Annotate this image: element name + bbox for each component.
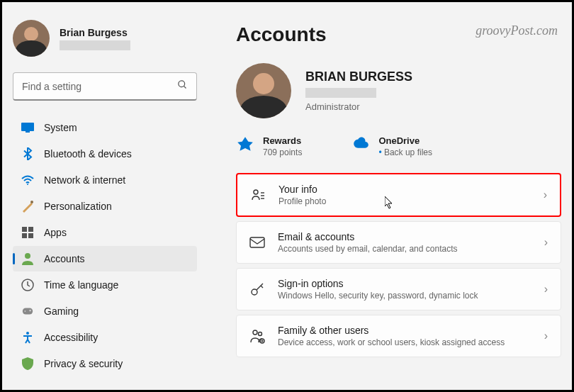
watermark: groovyPost.com (475, 23, 558, 38)
nav-list: SystemBluetooth & devicesNetwork & inter… (13, 115, 197, 376)
card-title: Your info (278, 184, 531, 195)
email-icon (249, 235, 265, 250)
card-subtitle: Device access, work or school users, kio… (278, 337, 531, 347)
personalization-icon (21, 200, 34, 213)
time-icon (21, 279, 34, 291)
nav-label: Bluetooth & devices (44, 148, 132, 159)
svg-point-4 (27, 184, 28, 185)
onedrive-title: OneDrive (378, 135, 432, 146)
nav-label: Accounts (44, 253, 85, 264)
nav-label: Apps (44, 227, 67, 238)
user-block[interactable]: Brian Burgess (13, 20, 197, 57)
card-title: Sign-in options (278, 278, 531, 289)
rewards-icon (236, 135, 254, 154)
profile-avatar (236, 63, 291, 118)
nav-item-gaming[interactable]: Gaming (13, 298, 197, 324)
onedrive-sub: • Back up files (378, 147, 432, 157)
profile-name: BRIAN BURGESS (305, 69, 412, 84)
chevron-right-icon: › (544, 236, 548, 249)
nav-label: Time & language (44, 279, 118, 291)
system-icon (21, 121, 34, 134)
nav-item-accounts[interactable]: Accounts (13, 246, 197, 271)
card-list: Your infoProfile photo›Email & accountsA… (236, 173, 561, 357)
nav-item-privacy[interactable]: Privacy & security (13, 351, 197, 376)
svg-rect-2 (21, 123, 34, 131)
status-rewards[interactable]: Rewards 709 points (236, 135, 302, 157)
profile-email-redacted (305, 88, 376, 98)
nav-label: Network & internet (44, 174, 125, 186)
user-avatar (13, 20, 50, 57)
main-panel: groovyPost.com Accounts BRIAN BURGESS Ad… (208, 2, 572, 390)
svg-point-15 (26, 332, 29, 335)
accessibility-icon (21, 331, 34, 344)
nav-item-system[interactable]: System (13, 115, 197, 140)
nav-label: Accessibility (44, 332, 98, 343)
svg-point-0 (179, 81, 185, 87)
profile-block: BRIAN BURGESS Administrator (236, 63, 561, 118)
rewards-title: Rewards (263, 135, 302, 146)
svg-rect-9 (28, 233, 33, 238)
status-row: Rewards 709 points OneDrive • Back up fi… (236, 135, 561, 157)
user-email-redacted (60, 40, 130, 50)
svg-point-22 (253, 330, 257, 335)
cursor-icon (385, 196, 395, 209)
svg-point-14 (25, 310, 26, 312)
svg-point-5 (30, 201, 33, 203)
svg-point-16 (254, 190, 258, 194)
svg-rect-20 (250, 237, 264, 247)
profile-icon (250, 187, 266, 203)
family-icon (249, 328, 265, 344)
svg-rect-8 (22, 233, 27, 238)
nav-item-personalization[interactable]: Personalization (13, 194, 197, 219)
onedrive-icon (351, 135, 370, 154)
svg-rect-3 (26, 131, 30, 133)
search-input[interactable] (22, 81, 177, 92)
card-subtitle: Accounts used by email, calendar, and co… (278, 244, 531, 254)
card-subtitle: Windows Hello, security key, password, d… (278, 291, 531, 301)
card-title: Email & accounts (278, 231, 531, 242)
nav-item-time[interactable]: Time & language (13, 272, 197, 298)
card-email[interactable]: Email & accountsAccounts used by email, … (236, 221, 561, 264)
card-subtitle: Profile photo (278, 196, 531, 206)
nav-item-bluetooth[interactable]: Bluetooth & devices (13, 141, 197, 167)
nav-item-network[interactable]: Network & internet (13, 167, 197, 193)
nav-label: Personalization (44, 201, 112, 212)
card-family[interactable]: Family & other usersDevice access, work … (236, 315, 561, 357)
search-icon (177, 79, 188, 93)
nav-label: Privacy & security (44, 358, 123, 369)
rewards-sub: 709 points (263, 147, 302, 157)
bluetooth-icon (21, 147, 34, 160)
user-name: Brian Burgess (60, 27, 130, 38)
nav-item-apps[interactable]: Apps (13, 220, 197, 245)
svg-rect-12 (23, 308, 33, 315)
nav-label: Gaming (44, 306, 79, 317)
svg-point-13 (29, 310, 31, 312)
svg-point-23 (259, 332, 262, 336)
sidebar: Brian Burgess SystemBluetooth & devicesN… (2, 2, 208, 390)
key-icon (249, 281, 265, 297)
svg-rect-7 (28, 227, 33, 232)
nav-item-accessibility[interactable]: Accessibility (13, 325, 197, 350)
svg-point-10 (25, 253, 30, 259)
network-icon (21, 174, 34, 186)
chevron-right-icon: › (544, 330, 548, 342)
apps-icon (21, 226, 34, 239)
svg-line-1 (184, 86, 186, 88)
card-profile[interactable]: Your infoProfile photo› (236, 173, 561, 217)
privacy-icon (21, 357, 34, 370)
chevron-right-icon: › (544, 283, 548, 296)
svg-point-21 (252, 289, 257, 295)
gaming-icon (21, 305, 34, 318)
svg-rect-6 (22, 227, 27, 232)
chevron-right-icon: › (544, 189, 547, 201)
search-box[interactable] (13, 72, 197, 101)
status-onedrive[interactable]: OneDrive • Back up files (351, 135, 432, 157)
card-title: Family & other users (278, 325, 531, 336)
card-key[interactable]: Sign-in optionsWindows Hello, security k… (236, 268, 561, 310)
profile-role: Administrator (305, 101, 412, 112)
accounts-icon (21, 252, 34, 265)
nav-label: System (44, 122, 77, 133)
